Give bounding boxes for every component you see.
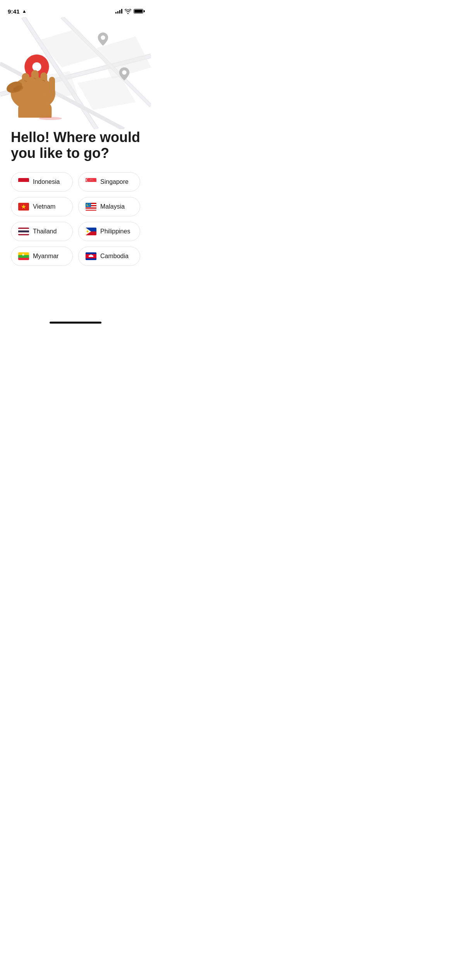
country-btn-myanmar[interactable]: Myanmar [11,247,73,266]
svg-rect-73 [89,255,90,257]
svg-point-56 [87,230,89,232]
svg-rect-44 [86,210,96,211]
flag-myanmar [18,252,29,260]
svg-rect-42 [86,207,96,209]
svg-rect-26 [18,182,29,186]
country-btn-vietnam[interactable]: Vietnam [11,197,73,216]
svg-rect-74 [92,255,93,257]
country-grid: Indonesia Singapore [11,172,140,266]
country-label-vietnam: Vietnam [33,203,55,210]
wifi-icon [125,9,131,14]
hero-illustration [0,17,151,129]
flag-thailand [18,228,29,235]
country-btn-indonesia[interactable]: Indonesia [11,172,73,192]
hand-pin-illustration [0,25,81,118]
time-label: 9:41 [8,8,20,15]
flag-cambodia [86,252,96,260]
flag-singapore [86,178,96,186]
svg-rect-18 [41,72,47,94]
svg-rect-52 [18,232,29,234]
svg-point-13 [32,62,41,71]
svg-rect-66 [18,258,29,260]
status-bar: 9:41 ▲ [0,0,151,17]
country-btn-malaysia[interactable]: Malaysia [78,197,140,216]
battery-icon [134,9,143,14]
country-btn-thailand[interactable]: Thailand [11,222,73,241]
svg-rect-17 [31,70,39,93]
svg-point-12 [122,70,126,75]
country-label-cambodia: Cambodia [100,253,129,260]
country-label-myanmar: Myanmar [33,253,59,260]
country-label-singapore: Singapore [100,178,129,185]
country-label-thailand: Thailand [33,228,57,235]
country-btn-singapore[interactable]: Singapore [78,172,140,192]
svg-point-11 [101,36,105,40]
svg-rect-23 [18,103,51,118]
signal-icon [115,9,122,14]
location-icon: ▲ [22,9,27,14]
svg-rect-28 [86,182,96,186]
status-time: 9:41 ▲ [8,8,27,15]
svg-rect-51 [18,230,29,232]
svg-rect-19 [49,77,55,94]
page-headline: Hello! Where would you like to go? [11,129,140,161]
map-pin-gray-1 [98,33,108,46]
country-label-indonesia: Indonesia [33,178,60,185]
country-btn-philippines[interactable]: Philippines [78,222,140,241]
svg-rect-16 [22,73,29,94]
svg-point-47 [87,204,89,206]
flag-indonesia [18,178,29,186]
svg-rect-25 [18,178,29,182]
map-pin-gray-2 [119,67,130,81]
country-label-malaysia: Malaysia [100,203,125,210]
pin-shadow [39,117,62,120]
svg-rect-27 [86,178,96,182]
flag-philippines [86,228,96,235]
status-icons [115,9,143,14]
flag-malaysia [86,203,96,211]
main-content: Hello! Where would you like to go? Indon… [0,129,151,266]
home-indicator [50,322,101,324]
svg-rect-50 [18,229,29,230]
country-btn-cambodia[interactable]: Cambodia [78,247,140,266]
flag-vietnam [18,203,29,211]
svg-rect-43 [86,209,96,210]
country-label-philippines: Philippines [100,228,130,235]
